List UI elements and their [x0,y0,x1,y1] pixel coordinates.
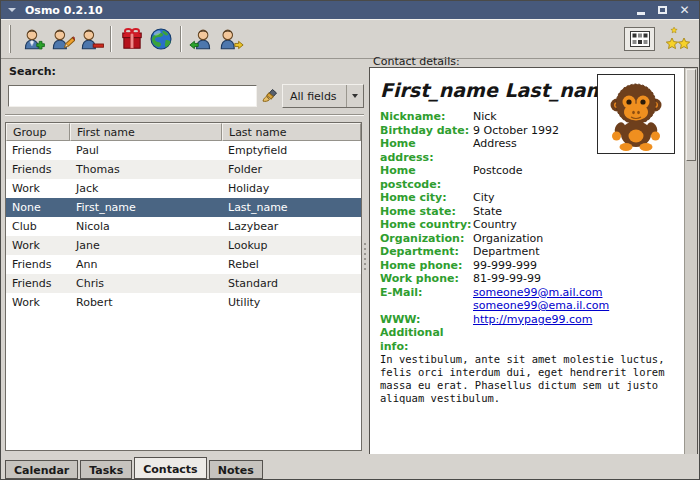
search-scope-value: All fields [283,90,346,103]
cell-group: Work [6,293,70,312]
cell-first-name: Jack [70,179,222,198]
field-value-birthday: 9 October 1992 [473,124,559,138]
maximize-icon [658,6,667,14]
show-location-button[interactable] [146,25,175,54]
add-contact-icon [20,26,46,52]
email-link-1[interactable]: someone99@m.ail.com [473,286,602,300]
preferences-grid-icon [630,31,650,47]
field-value-home-city: City [473,191,495,205]
table-row[interactable]: Friends Paul Emptyfield [6,141,361,160]
titlebar: Osmo 0.2.10 ✕ [1,1,699,19]
field-label-birthday: Birthday date: [380,124,473,138]
tab-contacts[interactable]: Contacts [134,457,206,479]
column-header-group[interactable]: Group [6,123,70,141]
field-value-home-postcode: Postcode [473,164,523,191]
cell-group: Work [6,179,70,198]
toolbar [1,19,699,59]
cell-first-name: Ann [70,255,222,274]
cell-last-name: Rebel [222,255,361,274]
field-value-work-phone: 81-99-99-99 [473,272,541,286]
search-input[interactable] [8,85,257,107]
field-label-work-phone: Work phone: [380,272,473,286]
cell-group: Work [6,236,70,255]
table-row[interactable]: Work Robert Utility [6,293,361,312]
cell-last-name: Emptyfield [222,141,361,160]
field-label-additional-info: Additional info: [380,326,473,353]
column-header-last-name[interactable]: Last name [222,123,361,141]
table-row[interactable]: Club Nicola Lazybear [6,217,361,236]
field-label-home-phone: Home phone: [380,259,473,273]
window-menu-icon[interactable] [8,8,16,12]
table-row[interactable]: Friends Thomas Folder [6,160,361,179]
remove-contact-button[interactable] [76,25,105,54]
contacts-table: Group First name Last name Friends Paul … [5,122,362,451]
field-value-home-state: State [473,205,502,219]
cell-group: Friends [6,255,70,274]
cell-first-name: Paul [70,141,222,160]
monkey-plush-photo [598,75,674,153]
field-value-home-country: Country [473,218,517,232]
details-scrollbar[interactable] [684,68,697,456]
table-row-selected[interactable]: None First_name Last_name [6,198,361,217]
module-tabbar: Calendar Tasks Contacts Notes [1,454,699,479]
cell-first-name: Chris [70,274,222,293]
about-button[interactable] [663,25,693,53]
tab-tasks[interactable]: Tasks [80,460,132,479]
splitter-grip-icon [364,243,366,270]
contact-details-panel: First_name Last_name Nickname:Nick Birth… [369,67,698,457]
cell-last-name: Lazybear [222,217,361,236]
toolbar-drag-handle[interactable] [9,25,11,53]
minimize-icon [637,12,645,15]
column-header-first-name[interactable]: First name [70,123,222,141]
osmo-window: Osmo 0.2.10 ✕ [0,0,700,480]
window-controls: ✕ [634,4,691,17]
scrollbar-thumb[interactable] [686,69,696,161]
import-contact-icon [189,26,215,52]
about-stars-icon [665,27,691,51]
preferences-button[interactable] [624,27,655,51]
toolbar-separator [180,26,182,52]
cell-last-name: Holiday [222,179,361,198]
field-label-home-country: Home country: [380,218,473,232]
field-value-home-address: Address [473,137,517,164]
table-row[interactable]: Friends Ann Rebel [6,255,361,274]
birthdays-button[interactable] [117,25,146,54]
clear-search-button[interactable] [259,86,280,106]
export-contacts-button[interactable] [216,25,245,54]
additional-info-text: In vestibulum, ante sit amet molestie lu… [380,353,680,405]
toolbar-separator [110,26,112,52]
table-row[interactable]: Work Jack Holiday [6,179,361,198]
cell-first-name: Nicola [70,217,222,236]
field-value-nickname: Nick [473,110,497,124]
cell-last-name: Lookup [222,236,361,255]
cell-first-name: Thomas [70,160,222,179]
email-link-2[interactable]: someone99@ema.il.com [473,299,609,313]
minimize-button[interactable] [634,4,647,17]
table-header: Group First name Last name [6,123,361,141]
field-label-home-state: Home state: [380,205,473,219]
field-label-home-address: Home address: [380,137,473,164]
search-scope-dropdown[interactable]: All fields [282,84,364,108]
pane-splitter[interactable] [362,122,369,451]
field-value-home-phone: 99-999-999 [473,259,537,273]
table-row[interactable]: Friends Chris Standard [6,274,361,293]
table-row[interactable]: Work Jane Lookup [6,236,361,255]
edit-contact-button[interactable] [47,25,76,54]
close-button[interactable]: ✕ [678,4,691,17]
maximize-button[interactable] [656,4,669,17]
add-contact-button[interactable] [18,25,47,54]
cell-group: Friends [6,274,70,293]
globe-icon [148,26,174,52]
edit-contact-icon [49,26,75,52]
cell-first-name: Jane [70,236,222,255]
import-contacts-button[interactable] [187,25,216,54]
www-link[interactable]: http://mypage99.com [473,313,592,327]
cell-group: Club [6,217,70,236]
field-value-organization: Organization [473,232,543,246]
field-label-home-postcode: Home postcode: [380,164,473,191]
tab-calendar[interactable]: Calendar [5,460,78,479]
field-label-nickname: Nickname: [380,110,473,124]
cell-last-name: Folder [222,160,361,179]
tab-notes[interactable]: Notes [209,460,263,479]
cell-last-name: Last_name [222,198,361,217]
